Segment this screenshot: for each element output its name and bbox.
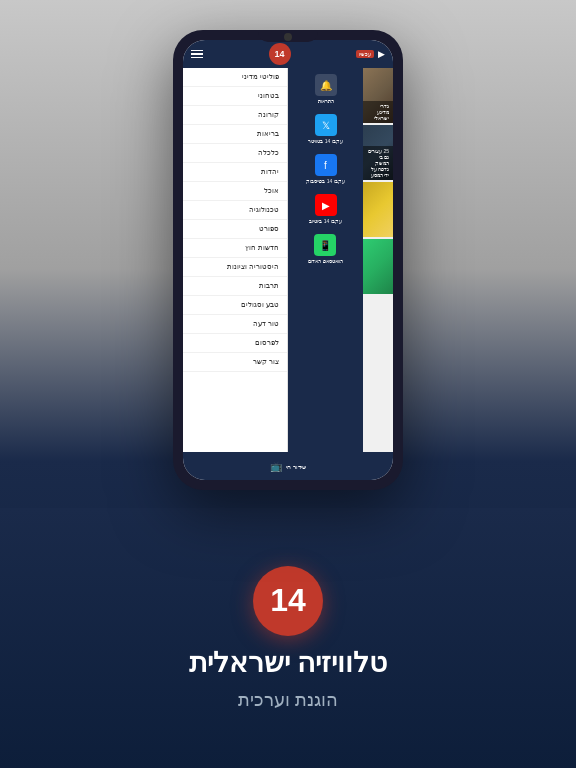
notif-item-youtube[interactable]: ▶ עקבו 14 ביוטיוב <box>309 194 341 224</box>
app-subtitle: הוגנת וערכית <box>238 689 338 711</box>
notif-label-youtube: עקבו 14 ביוטיוב <box>309 218 341 224</box>
bell-icon: 🔔 <box>315 74 337 96</box>
hamburger-icon[interactable] <box>191 50 203 59</box>
news-caption-2: 25 עצורים נם בי המשק נדפח על ידי המסע <box>363 146 393 180</box>
sidebar-item-12[interactable]: טבע וסגולים <box>183 296 287 315</box>
live-badge: עכשיו <box>356 50 374 58</box>
notif-item-bell[interactable]: 🔔 התראות <box>315 74 337 104</box>
sidebar-item-4[interactable]: כלכלה <box>183 144 287 163</box>
live-stream-icon: 📺 <box>270 461 282 472</box>
news-img-bg-3 <box>363 182 393 237</box>
video-icon: ▶ <box>378 49 385 59</box>
notif-label-facebook: עקבו 14 בפייסבוק <box>306 178 344 184</box>
whatsapp-icon: 📱 <box>314 234 336 256</box>
sidebar: פוליטי מדיני בטחוני קורונה בריאות כלכלה … <box>183 68 288 452</box>
sidebar-item-3[interactable]: בריאות <box>183 125 287 144</box>
phone-frame: 14 עכשיו ▶ פוליטי מדיני בטחוני קורונה <box>173 30 403 490</box>
news-image-3 <box>363 182 393 237</box>
sidebar-item-0[interactable]: פוליטי מדיני <box>183 68 287 87</box>
logo-row: 14 <box>253 566 323 636</box>
sidebar-item-2[interactable]: קורונה <box>183 106 287 125</box>
news-image-1: גדרי מדינע ישראלי <box>363 68 393 123</box>
facebook-icon: f <box>315 154 337 176</box>
sidebar-item-5[interactable]: יהדות <box>183 163 287 182</box>
news-item-2[interactable]: 25 עצורים נם בי המשק נדפח על ידי המסע <box>363 125 393 180</box>
sidebar-item-1[interactable]: בטחוני <box>183 87 287 106</box>
twitter-icon: 𝕏 <box>315 114 337 136</box>
sidebar-item-14[interactable]: לפרסום <box>183 334 287 353</box>
notif-label-twitter: עקבו 14 בטוויטר <box>308 138 342 144</box>
sidebar-item-11[interactable]: תרבות <box>183 277 287 296</box>
header-right: עכשיו ▶ <box>356 49 385 59</box>
sidebar-item-8[interactable]: ספורט <box>183 220 287 239</box>
app-logo-large: 14 <box>253 566 323 636</box>
phone-mockup: 14 עכשיו ▶ פוליטי מדיני בטחוני קורונה <box>173 30 403 490</box>
bottom-bar: 📺 שידור חי <box>183 452 393 480</box>
notif-item-facebook[interactable]: f עקבו 14 בפייסבוק <box>306 154 344 184</box>
phone-camera <box>284 33 292 41</box>
sidebar-item-13[interactable]: טור דעה <box>183 315 287 334</box>
notif-label-bell: התראות <box>318 98 334 104</box>
sidebar-item-10[interactable]: היסטוריה וציונות <box>183 258 287 277</box>
notif-label-whatsapp: הוואטסאפ האדום <box>308 258 342 264</box>
news-item-1[interactable]: גדרי מדינע ישראלי <box>363 68 393 123</box>
notif-item-whatsapp[interactable]: 📱 הוואטסאפ האדום <box>308 234 342 264</box>
news-caption-1: גדרי מדינע ישראלי <box>363 101 393 123</box>
news-image-4 <box>363 239 393 294</box>
sidebar-item-7[interactable]: טכנולוגיה <box>183 201 287 220</box>
youtube-icon: ▶ <box>315 194 337 216</box>
app-header: 14 עכשיו ▶ <box>183 40 393 68</box>
sidebar-item-9[interactable]: חדשות חוץ <box>183 239 287 258</box>
sidebar-item-6[interactable]: אוכל <box>183 182 287 201</box>
bottom-section: 14 טלוויזיה ישראלית הוגנת וערכית <box>0 508 576 768</box>
notification-panel: 🔔 התראות 𝕏 עקבו 14 בטוויטר f עקבו 14 בפי… <box>288 68 363 452</box>
news-img-bg-4 <box>363 239 393 294</box>
news-item-3[interactable] <box>363 182 393 237</box>
app-content: פוליטי מדיני בטחוני קורונה בריאות כלכלה … <box>183 68 393 452</box>
sidebar-item-15[interactable]: צור קשר <box>183 353 287 372</box>
news-image-2: 25 עצורים נם בי המשק נדפח על ידי המסע <box>363 125 393 180</box>
phone-screen: 14 עכשיו ▶ פוליטי מדיני בטחוני קורונה <box>183 40 393 480</box>
notif-item-twitter[interactable]: 𝕏 עקבו 14 בטוויטר <box>308 114 342 144</box>
news-item-4[interactable] <box>363 239 393 294</box>
main-content: גדרי מדינע ישראלי 25 עצורים נם בי המשק נ… <box>363 68 393 452</box>
live-stream-label: שידור חי <box>286 463 306 470</box>
app-title: טלוויזיה ישראלית <box>189 646 388 679</box>
header-logo: 14 <box>269 43 291 65</box>
